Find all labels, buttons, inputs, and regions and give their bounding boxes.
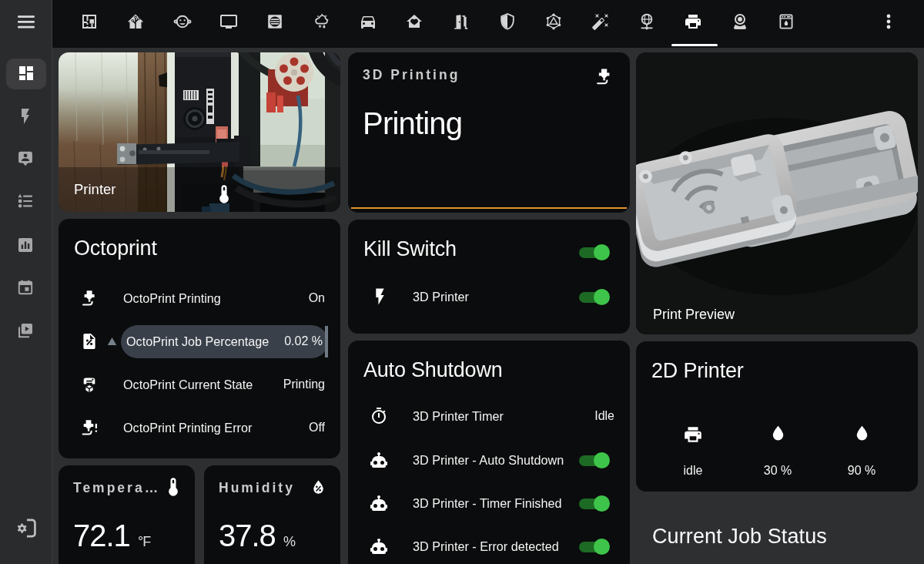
svg-text:Print Preview: Print Preview (653, 307, 735, 322)
svg-text:Printer: Printer (74, 181, 116, 197)
